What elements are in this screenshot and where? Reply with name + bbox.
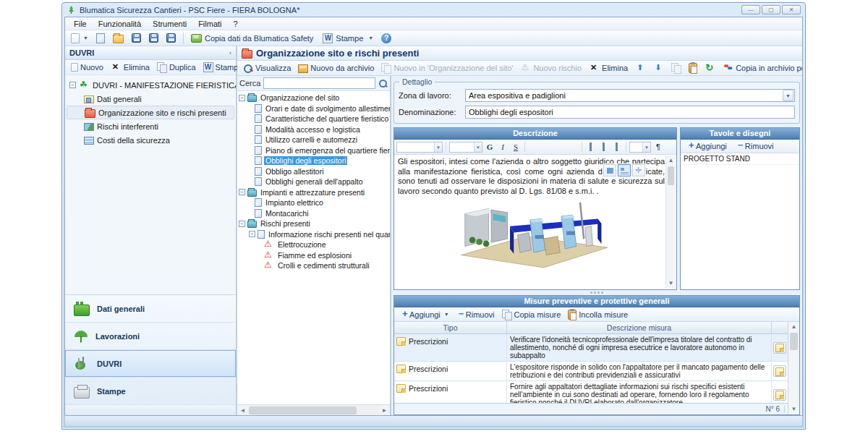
refresh-button[interactable] — [702, 61, 718, 75]
scroll-right-icon[interactable]: ► — [379, 405, 390, 415]
collapse-node-icon[interactable]: − — [239, 221, 245, 227]
tavole-rimuovi-button[interactable]: Rimuovi — [733, 140, 777, 153]
sidebar-elimina-button[interactable]: Elimina — [108, 61, 153, 74]
indent-button[interactable] — [611, 141, 623, 153]
menu-funzionalita[interactable]: Funzionalità — [93, 19, 147, 29]
tree-group-impianti[interactable]: −Impianti e attrezzature presenti — [239, 187, 390, 198]
tree-item[interactable]: Montacarichi — [239, 208, 390, 219]
tree-group-organizzazione[interactable]: −Organizzazione del sito — [239, 93, 390, 103]
scrollbar-track[interactable] — [666, 186, 676, 278]
tree-item[interactable]: Orari e date di svolgimento allestimento… — [239, 103, 390, 114]
image-wrap-button[interactable] — [618, 164, 631, 176]
visualizza-button[interactable]: Visualizza — [240, 61, 294, 75]
edit-note-button[interactable] — [773, 342, 786, 354]
tavole-aggiungi-button[interactable]: Aggiungi — [684, 140, 730, 153]
copia-dati-button[interactable]: Copia dati da Blumatica Safety — [188, 32, 318, 44]
tree-item[interactable]: Caratteristiche del quartiere fieristico — [239, 114, 390, 124]
font-family-select[interactable]: ▼ — [396, 142, 443, 153]
scroll-down-icon[interactable]: ▼ — [788, 404, 799, 414]
scrollbar-track[interactable] — [357, 405, 379, 415]
move-down-button[interactable] — [650, 61, 667, 75]
menu-filmati[interactable]: Filmati — [192, 19, 227, 29]
tree-subgroup-informazione[interactable]: −Informazione rischi presenti nel quarti… — [239, 229, 390, 240]
incolla-misure-button[interactable]: Incolla misure — [565, 308, 631, 321]
menu-help[interactable]: ? — [228, 19, 244, 29]
nav-stampe[interactable]: Stampe — [65, 378, 236, 405]
tree-item-risk[interactable]: Elettrocuzione — [239, 239, 390, 250]
collapse-node-icon[interactable]: − — [239, 189, 245, 195]
scrollbar-thumb[interactable] — [249, 407, 357, 414]
nav-dati-generali[interactable]: Dati generali — [65, 295, 236, 323]
collapse-node-icon[interactable]: − — [239, 95, 245, 101]
tree-item-rischi-interferenti[interactable]: Rischi interferenti — [67, 119, 234, 133]
scrollbar-thumb[interactable] — [668, 166, 674, 185]
copy-button[interactable] — [668, 61, 684, 75]
column-header-tipo[interactable]: Tipo — [394, 322, 507, 333]
open-button[interactable] — [110, 32, 127, 45]
align-right-button[interactable] — [554, 141, 566, 153]
combo-dropdown-icon[interactable]: ▼ — [783, 90, 793, 101]
color-select[interactable]: ▼ — [629, 142, 651, 153]
scroll-left-icon[interactable]: ◄ — [237, 405, 248, 415]
collapse-panel-icon[interactable]: ‹ — [229, 49, 231, 56]
image-move-button[interactable] — [632, 164, 645, 176]
bold-button[interactable]: G — [484, 141, 495, 153]
vertical-scrollbar[interactable]: ▲ ▼ — [665, 156, 676, 289]
maximize-button[interactable]: ▢ — [762, 5, 780, 14]
new-document-button[interactable]: ▼ — [68, 32, 91, 45]
tree-item-costi-sicurezza[interactable]: Costi della sicurezza — [67, 133, 234, 147]
tree-item[interactable]: Obbligo allestitori — [239, 166, 390, 177]
align-center-button[interactable] — [541, 141, 553, 153]
italic-button[interactable]: I — [497, 141, 509, 153]
align-justify-button[interactable] — [567, 141, 579, 153]
collapse-node-icon[interactable]: − — [249, 231, 255, 237]
descrizione-editor[interactable]: Gli espositori, intesi come l'azienda o … — [394, 155, 676, 289]
tree-root-duvri[interactable]: − DUVRI - MANIFESTAZIONE FIERISTICA — [67, 78, 234, 92]
edit-note-button[interactable] — [773, 389, 786, 401]
misure-vertical-scrollbar[interactable]: ▲ ▼ — [788, 322, 799, 414]
nuovo-in-button[interactable]: Nuovo in 'Organizzazione del sito' — [378, 61, 516, 75]
minimize-button[interactable]: — — [741, 5, 760, 14]
save-all-button[interactable] — [163, 32, 179, 44]
align-left-button[interactable] — [528, 141, 540, 153]
menu-strumenti[interactable]: Strumenti — [147, 19, 192, 29]
tree-item-selected[interactable]: Obblighi degli espositori — [239, 156, 390, 166]
scroll-up-icon[interactable]: ▲ — [666, 156, 676, 166]
nav-lavorazioni[interactable]: Lavorazioni — [65, 323, 236, 350]
collapse-node-icon[interactable]: − — [69, 82, 76, 88]
bullet-list-button[interactable] — [585, 141, 597, 153]
copia-misure-button[interactable]: Copia misure — [499, 308, 564, 321]
search-icon[interactable] — [378, 79, 388, 88]
move-up-button[interactable] — [632, 61, 649, 75]
table-row[interactable]: Prescrizioni L'espositore risponde in so… — [394, 362, 788, 381]
scrollbar-thumb[interactable] — [790, 333, 798, 350]
scroll-up-icon[interactable]: ▲ — [788, 322, 799, 332]
menu-file[interactable]: File — [68, 19, 93, 29]
table-row[interactable]: Prescrizioni Verificare l'idoneità tecni… — [394, 334, 788, 362]
new-from-button[interactable] — [93, 32, 108, 45]
sidebar-nuovo-button[interactable]: Nuovo — [68, 61, 106, 73]
tree-item-risk[interactable]: Fiamme ed esplosioni — [239, 250, 390, 261]
denominazione-input[interactable]: Obblighi degli espositori — [465, 106, 795, 119]
nuovo-rischio-button[interactable]: Nuovo rischio — [517, 61, 584, 75]
search-input[interactable] — [263, 77, 375, 89]
zona-di-lavoro-combobox[interactable]: Area espositiva e padiglioni ▼ — [465, 89, 795, 102]
tree-item[interactable]: Impianto elettrico — [239, 197, 390, 208]
elimina-button[interactable]: Elimina — [586, 61, 631, 75]
tree-item[interactable]: Obblighi generali dell'appalto — [239, 176, 390, 187]
tree-item[interactable]: Utilizzo carrelli e automezzi — [239, 135, 390, 145]
column-header-descrizione[interactable]: Descrizione misura — [507, 322, 772, 333]
tree-item[interactable]: Modalità accesso e logistica — [239, 124, 390, 135]
save-button[interactable] — [129, 32, 144, 44]
tree-item-organizzazione-sito[interactable]: Organizzazione sito e rischi presenti — [67, 106, 234, 119]
font-size-select[interactable]: ▼ — [449, 142, 482, 153]
stampe-button[interactable]: W Stampe ▼ — [320, 32, 376, 45]
numbered-list-button[interactable] — [598, 141, 610, 153]
save-as-button[interactable] — [146, 32, 161, 44]
tree-item[interactable]: Piano di emergenza del quartiere fierist… — [239, 145, 390, 156]
underline-button[interactable]: S — [510, 141, 522, 153]
splitter-handle[interactable] — [393, 290, 800, 295]
scrollbar-track[interactable] — [788, 351, 799, 404]
scroll-down-icon[interactable]: ▼ — [666, 278, 676, 289]
tree-group-rischi[interactable]: −Rischi presenti — [239, 218, 390, 229]
